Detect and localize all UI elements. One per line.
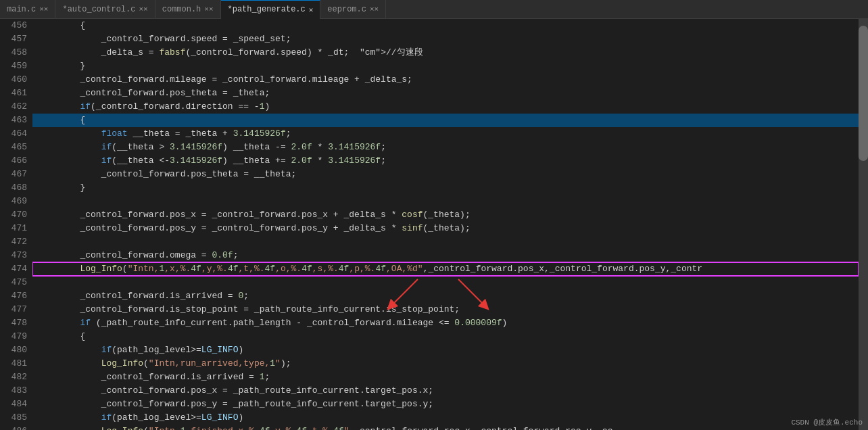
line-number: 482 [0,371,27,384]
tab-eeprom-close[interactable]: × [370,5,379,14]
code-text [38,276,43,289]
line-number: 463 [0,114,27,127]
code-line: _delta_s = fabsf(_control_forward.speed)… [32,46,859,59]
line-number: 485 [0,411,27,425]
code-line: if(path_log_level>=LG_INFO) [32,343,859,357]
code-line: if(path_log_level>=LG_INFO) [32,411,859,425]
line-number: 486 [0,425,27,430]
code-line: float __theta = _theta + 3.1415926f; [32,127,859,141]
line-number: 471 [0,222,27,235]
tab-main-label: main.c [7,5,36,14]
line-number: 481 [0,357,27,371]
tab-main[interactable]: main.c × [0,0,55,19]
scrollbar-track[interactable] [859,19,868,430]
line-number: 467 [0,168,27,181]
code-line: { [32,114,859,127]
tab-auto-close[interactable]: × [139,5,147,14]
code-line: _control_forward.speed = _speed_set; [32,32,859,46]
tab-eeprom-label: eeprom.c [327,5,366,14]
code-text: _control_forward.speed = _speed_set; [38,32,291,46]
line-number: 460 [0,73,27,87]
code-text: _control_forward.pos_theta = __theta; [38,168,296,181]
line-number: 479 [0,330,27,343]
tab-eeprom[interactable]: eeprom.c × [320,0,386,19]
tab-common[interactable]: common.h × [155,0,221,19]
line-number: 456 [0,19,27,32]
code-text: _control_forward.mileage = _control_forw… [38,73,412,87]
code-text: _control_forward.pos_y = _path_route_inf… [38,398,433,411]
line-number: 480 [0,343,27,357]
code-text: Log_Info("Intn,1,x,%.4f,y,%.4f,t,%.4f,o,… [38,262,702,276]
line-number: 469 [0,195,27,208]
code-text: _control_forward.pos_x = _path_route_inf… [38,384,433,398]
line-number: 483 [0,384,27,398]
code-line: Log_Info("Intn,1,finished,x,%.4f,y,%.4f,… [32,425,859,430]
code-text: { [38,114,85,127]
code-line [32,235,859,249]
code-text: if(_control_forward.direction == -1) [38,100,270,114]
code-text [38,195,43,208]
line-number: 484 [0,398,27,411]
code-text: _control_forward.is_arrived = 1; [38,371,270,384]
line-number: 470 [0,208,27,222]
tab-main-close[interactable]: × [39,5,48,14]
line-number: 478 [0,316,27,330]
line-number: 458 [0,46,27,59]
line-number: 462 [0,100,27,114]
line-numbers: 4564574584594604614624634644654664674684… [0,19,32,430]
line-number: 476 [0,289,27,303]
code-line: _control_forward.mileage = _control_forw… [32,73,859,87]
tab-common-close[interactable]: × [204,5,213,14]
code-line: _control_forward.pos_theta = __theta; [32,168,859,181]
code-text: _control_forward.pos_y = _control_forwar… [38,222,471,235]
line-number: 468 [0,181,27,195]
code-text: _control_forward.is_arrived = 0; [38,289,249,303]
line-number: 464 [0,127,27,141]
code-text: } [38,59,85,73]
code-line: } [32,181,859,195]
code-line: { [32,19,859,32]
line-number: 457 [0,32,27,46]
code-text [38,235,43,249]
line-number: 472 [0,235,27,249]
code-area[interactable]: { _control_forward.speed = _speed_set; _… [32,19,859,430]
code-text: _control_forward.omega = 0.0f; [38,249,238,262]
code-line [32,195,859,208]
code-line [32,276,859,289]
code-text: if (_path_route_info_current.path_length… [38,316,507,330]
code-text: } [38,181,85,195]
code-line: { [32,330,859,343]
code-line: _control_forward.omega = 0.0f; [32,249,859,262]
code-line: _control_forward.pos_x = _control_forwar… [32,208,859,222]
code-line: } [32,59,859,73]
code-line: Log_Info("Intn,1,x,%.4f,y,%.4f,t,%.4f,o,… [32,262,859,276]
line-number: 474 [0,262,27,276]
code-line: _control_forward.pos_y = _control_forwar… [32,222,859,235]
code-line: if(__theta <-3.1415926f) __theta += 2.0f… [32,154,859,168]
editor-container: 4564574584594604614624634644654664674684… [0,19,868,430]
code-text: _delta_s = fabsf(_control_forward.speed)… [38,46,423,59]
code-text: { [38,330,85,343]
tab-path-generate[interactable]: *path_generate.c ✕ [221,0,321,19]
code-line: _control_forward.pos_x = _path_route_inf… [32,384,859,398]
scrollbar-thumb[interactable] [859,26,868,161]
code-line: _control_forward.pos_theta = _theta; [32,87,859,100]
watermark: CSDN @皮皮鱼.echo [791,417,863,427]
code-text: _control_forward.pos_x = _control_forwar… [38,208,471,222]
tab-auto-control[interactable]: *auto_control.c × [55,0,155,19]
code-line: _control_forward.is_arrived = 0; [32,289,859,303]
code-line: _control_forward.is_arrived = 1; [32,371,859,384]
code-text: Log_Info("Intn,run_arrived,type,1"); [38,357,291,371]
tab-bar: main.c × *auto_control.c × common.h × *p… [0,0,868,19]
code-text: if(path_log_level>=LG_INFO) [38,411,243,425]
tab-path-close-icon: ✕ [309,5,314,14]
code-line: if(_control_forward.direction == -1) [32,100,859,114]
code-text: _control_forward.is_stop_point = _path_r… [38,303,460,316]
line-number: 466 [0,154,27,168]
line-number: 459 [0,59,27,73]
tab-path-label: *path_generate.c [228,5,306,14]
line-number: 465 [0,141,27,154]
line-number: 473 [0,249,27,262]
line-number: 477 [0,303,27,316]
tab-common-label: common.h [162,5,201,14]
